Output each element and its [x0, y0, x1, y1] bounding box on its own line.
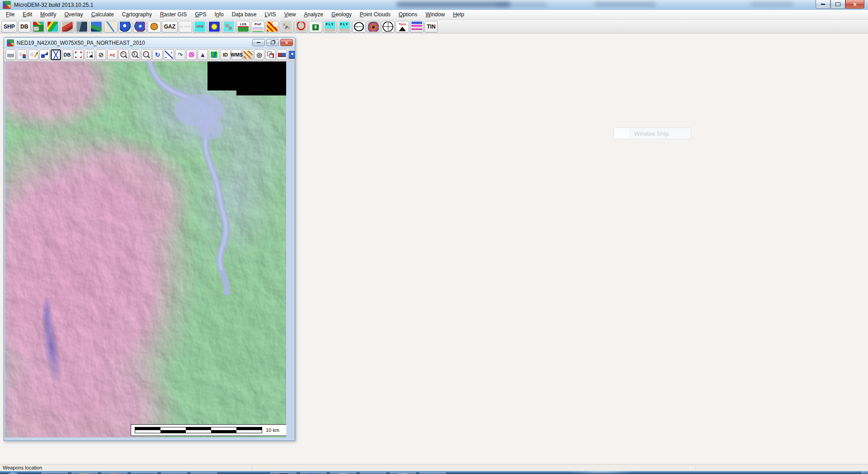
- print-button[interactable]: [5, 49, 16, 60]
- taskbar-button[interactable]: [330, 472, 356, 474]
- sun-position-button[interactable]: [208, 21, 221, 33]
- contrast-stretch-button[interactable]: +c: [107, 49, 118, 60]
- menu-raster-gis[interactable]: Raster GIS: [156, 10, 191, 19]
- menu-edit[interactable]: Edit: [19, 10, 36, 19]
- taskbar-button[interactable]: [270, 472, 297, 474]
- weapons-fan-button[interactable]: ▲: [198, 49, 208, 60]
- start-button[interactable]: [5, 472, 21, 474]
- taskbar-button[interactable]: [101, 472, 127, 474]
- stream-digitize-button[interactable]: ↷: [175, 49, 185, 60]
- open-dem-merge-button[interactable]: [46, 21, 60, 33]
- satellite-image-button[interactable]: [61, 21, 74, 33]
- taskbar-button[interactable]: [390, 472, 416, 474]
- polygon-area-button[interactable]: [186, 49, 197, 60]
- taskbar-button[interactable]: [360, 472, 386, 474]
- map-window-titlebar[interactable]: NED19_N42X00_W075X50_PA_NORTHEAST_2010 ×: [4, 38, 295, 48]
- zoom-box-button[interactable]: [85, 49, 95, 60]
- open-dem-button[interactable]: [32, 21, 45, 33]
- scanned-map-button[interactable]: [104, 21, 118, 33]
- wireframe-globe-button[interactable]: [381, 21, 395, 33]
- menu-analyze[interactable]: Analyze: [300, 10, 327, 19]
- petrology-button[interactable]: p: [280, 21, 293, 33]
- taskbar-button[interactable]: [71, 472, 98, 474]
- map-database-button[interactable]: DB: [62, 49, 72, 60]
- annotate-map-button[interactable]: [28, 49, 38, 60]
- menu-lvis[interactable]: LVIS: [260, 10, 280, 19]
- full-extent-button[interactable]: [73, 49, 84, 60]
- taskbar-button[interactable]: [131, 472, 157, 474]
- world-outline-button[interactable]: [118, 21, 132, 33]
- maximize-button[interactable]: [830, 0, 845, 9]
- plot-parameters-button[interactable]: [51, 49, 61, 60]
- map-restore-button[interactable]: [266, 39, 279, 46]
- moon-phase-button[interactable]: [222, 21, 236, 33]
- terrain-categories-button[interactable]: Tern: [396, 21, 409, 33]
- vector-overlay-button[interactable]: [39, 49, 50, 60]
- taskbar-button[interactable]: [42, 472, 68, 474]
- taskbar-button[interactable]: [161, 472, 187, 474]
- tiger-census-button[interactable]: [147, 21, 161, 33]
- fly-through-button[interactable]: FLY: [323, 21, 337, 33]
- import-export-button[interactable]: IN OUT: [179, 21, 192, 33]
- stratigraphic-column-button[interactable]: [410, 21, 424, 33]
- stereonet-lasso-button[interactable]: [294, 21, 308, 33]
- menu-file[interactable]: File: [2, 10, 19, 19]
- recenter-target-button[interactable]: ◎: [254, 49, 264, 60]
- main-titlebar[interactable]: MicroDEM-32 build 2013.10.25.1 ×: [0, 0, 868, 10]
- show-desktop-button[interactable]: [862, 471, 868, 474]
- map-canvas[interactable]: 10 km: [5, 62, 286, 437]
- shapefile-button[interactable]: SHP: [1, 21, 17, 33]
- taskbar-button[interactable]: [420, 472, 446, 474]
- menu-modify[interactable]: Modify: [36, 10, 60, 19]
- database-button[interactable]: DB: [18, 21, 31, 33]
- tin-button[interactable]: TIN: [425, 21, 438, 33]
- drainage-map-button[interactable]: [209, 49, 219, 60]
- menu-calculate[interactable]: Calculate: [87, 10, 118, 19]
- geology-hatch-button[interactable]: [243, 49, 253, 60]
- menu-overlay[interactable]: Overlay: [60, 10, 87, 19]
- menu-view[interactable]: View: [280, 10, 300, 19]
- opengl-view-button[interactable]: OpenGL: [352, 21, 366, 33]
- menu-help[interactable]: Help: [449, 10, 468, 19]
- clone-window-button[interactable]: [265, 49, 276, 60]
- measure-distance-button[interactable]: [164, 49, 174, 60]
- taskbar-button[interactable]: [300, 472, 326, 474]
- redacted-region: [236, 90, 286, 95]
- map-close-button[interactable]: ×: [280, 39, 293, 46]
- minimize-button[interactable]: [816, 0, 830, 9]
- zoom-out-button[interactable]: −: [141, 49, 151, 60]
- web-map-globe-button[interactable]: [288, 49, 295, 60]
- menu-data-base[interactable]: Data base: [228, 10, 261, 19]
- zoom-in-button[interactable]: +: [118, 49, 129, 60]
- taskbar-button[interactable]: [191, 472, 217, 474]
- anaglyph-button[interactable]: [277, 49, 287, 60]
- menu-options[interactable]: Options: [395, 10, 421, 19]
- save-map-button[interactable]: [17, 49, 27, 60]
- map-minimize-button[interactable]: [252, 39, 265, 46]
- menu-geology[interactable]: Geology: [327, 10, 356, 19]
- utm-conversion-button[interactable]: UTM: [193, 21, 207, 33]
- menu-gps[interactable]: GPS: [191, 10, 210, 19]
- block-3d-view-button[interactable]: [90, 21, 103, 33]
- world-projection-button[interactable]: [133, 21, 146, 33]
- wms-layer-button[interactable]: WMS: [231, 49, 242, 60]
- menu-cartography[interactable]: Cartography: [118, 10, 156, 19]
- menu-bar: FileEditModifyOverlayCalculateCartograph…: [0, 10, 868, 20]
- zoom-reset-button[interactable]: 1: [130, 49, 140, 60]
- fly-through-2-button[interactable]: FLY: [338, 21, 351, 33]
- menu-info[interactable]: Info: [211, 10, 228, 19]
- zoom-in-icon: +: [119, 51, 128, 59]
- terrain-profile-button[interactable]: Prof: [251, 21, 264, 33]
- menu-window[interactable]: Window: [421, 10, 449, 19]
- sinuous-route-button[interactable]: [265, 21, 279, 33]
- menu-point-clouds[interactable]: Point Clouds: [356, 10, 395, 19]
- no-redraw-button[interactable]: ⊘: [96, 49, 106, 60]
- crater-morphology-button[interactable]: [367, 21, 380, 33]
- close-button[interactable]: ×: [845, 0, 864, 9]
- line-of-sight-button[interactable]: LOS: [236, 21, 250, 33]
- identify-button[interactable]: ID: [220, 49, 231, 60]
- gazetteer-button[interactable]: GAZ: [162, 21, 178, 33]
- coastal-imagery-button[interactable]: [75, 21, 89, 33]
- redraw-button[interactable]: ↻: [152, 49, 163, 60]
- geology-museum-button[interactable]: [309, 21, 322, 33]
